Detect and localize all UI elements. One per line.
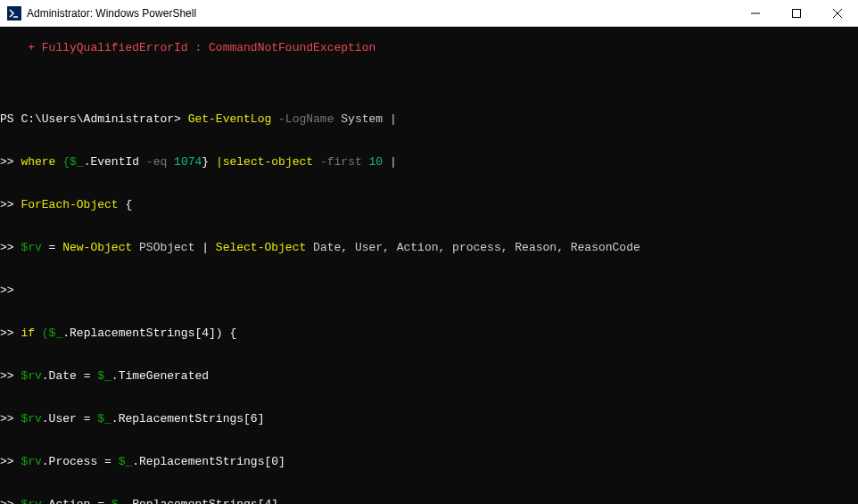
ps-prompt: PS C:\Users\Administrator> xyxy=(0,112,188,126)
cont-line: >> $rv.User = $_.ReplacementStrings[6] xyxy=(0,412,858,426)
variable: {$_ xyxy=(55,155,83,169)
window-titlebar: Administrator: Windows PowerShell xyxy=(0,0,858,27)
member: .TimeGenerated xyxy=(111,369,209,383)
cmdlet: New-Object xyxy=(62,241,132,254)
continuation-prompt: >> xyxy=(0,198,21,211)
member: .ReplacementStrings[4]) { xyxy=(62,326,236,340)
variable: $rv xyxy=(21,498,41,504)
continuation-prompt: >> xyxy=(0,369,21,383)
arg: PSObject xyxy=(132,241,202,254)
member: .EventId xyxy=(84,155,139,169)
cmdlet: Select-Object xyxy=(216,241,306,254)
arg: System xyxy=(334,112,383,126)
number: 1074 xyxy=(167,155,202,169)
member: .ReplacementStrings[0] xyxy=(132,455,285,468)
powershell-icon xyxy=(7,6,21,21)
operator: = xyxy=(77,369,97,383)
member: .ReplacementStrings[4] xyxy=(125,498,278,504)
operator: = xyxy=(42,241,62,254)
window-title: Administrator: Windows PowerShell xyxy=(27,7,196,20)
pipe: | xyxy=(202,241,216,254)
cmdlet: ForEach-Object xyxy=(21,198,118,211)
member: .Action xyxy=(42,498,91,504)
cont-line: >> ForEach-Object { xyxy=(0,198,858,212)
svg-rect-3 xyxy=(793,9,801,17)
operator: = xyxy=(90,498,111,504)
member: .Process xyxy=(42,455,97,468)
param: -LogName xyxy=(271,112,334,126)
error-line: + FullyQualifiedErrorId : CommandNotFoun… xyxy=(0,41,858,55)
continuation-prompt: >> xyxy=(0,241,21,254)
variable: ($_ xyxy=(35,326,62,340)
pipe: | xyxy=(383,155,397,169)
continuation-prompt: >> xyxy=(0,284,21,297)
operator: = xyxy=(97,455,118,468)
close-button[interactable] xyxy=(817,0,858,27)
terminal-output[interactable]: + FullyQualifiedErrorId : CommandNotFoun… xyxy=(0,27,858,504)
variable: $rv xyxy=(21,241,41,254)
number: 10 xyxy=(362,155,383,169)
cmdlet: |select-object xyxy=(216,155,320,169)
maximize-button[interactable] xyxy=(776,0,817,27)
param: -first xyxy=(320,155,362,169)
variable: $_ xyxy=(119,455,133,468)
continuation-prompt: >> xyxy=(0,326,21,340)
cont-line: >> $rv.Date = $_.TimeGenerated xyxy=(0,369,858,384)
continuation-prompt: >> xyxy=(0,455,21,468)
brace: { xyxy=(119,198,133,211)
cont-line: >> $rv = New-Object PSObject | Select-Ob… xyxy=(0,241,858,255)
variable: $_ xyxy=(111,498,126,504)
cont-line: >> $rv.Action = $_.ReplacementStrings[4] xyxy=(0,498,858,504)
variable: $rv xyxy=(21,412,41,426)
continuation-prompt: >> xyxy=(0,498,21,504)
cont-line: >> $rv.Process = $_.ReplacementStrings[0… xyxy=(0,455,858,469)
continuation-prompt: >> xyxy=(0,412,21,426)
member: .ReplacementStrings[6] xyxy=(111,412,265,426)
cont-line: >> if ($_.ReplacementStrings[4]) { xyxy=(0,326,858,341)
variable: $_ xyxy=(97,412,111,426)
blank-line xyxy=(0,70,858,84)
variable: $rv xyxy=(21,369,41,383)
variable: $_ xyxy=(97,369,111,383)
keyword: if xyxy=(21,326,35,340)
cmdlet: Get-EventLog xyxy=(188,112,272,126)
member: .User xyxy=(42,412,77,426)
continuation-prompt: >> xyxy=(0,155,21,169)
cmdlet: where xyxy=(21,155,55,169)
minimize-button[interactable] xyxy=(735,0,776,27)
cont-line: >> xyxy=(0,284,858,298)
variable: $rv xyxy=(21,455,41,468)
member: .Date xyxy=(42,369,77,383)
pipe: | xyxy=(383,112,397,126)
arg-list: Date, User, Action, process, Reason, Rea… xyxy=(306,241,639,254)
operator: = xyxy=(77,412,97,426)
brace: } xyxy=(202,155,216,169)
cont-line: >> where {$_.EventId -eq 1074} |select-o… xyxy=(0,155,858,169)
operator: -eq xyxy=(139,155,167,169)
prompt-line: PS C:\Users\Administrator> Get-EventLog … xyxy=(0,112,858,127)
